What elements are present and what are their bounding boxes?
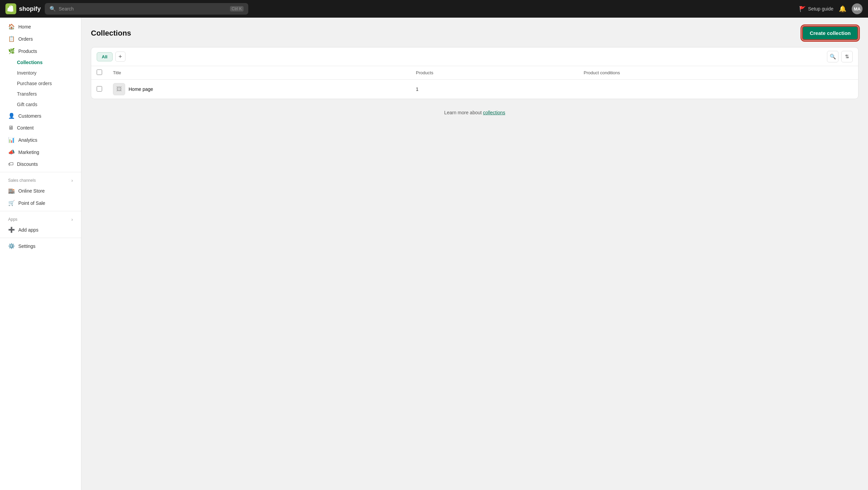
sidebar-item-customers[interactable]: 👤 Customers — [3, 110, 78, 122]
row-title-cell: 🖼 Home page — [108, 80, 410, 99]
top-navigation: shopify 🔍 Ctrl K 🚩 Setup guide 🔔 MA — [0, 0, 868, 18]
sidebar-content-label: Content — [17, 125, 34, 131]
analytics-icon: 📊 — [8, 137, 15, 143]
header-products: Products — [410, 66, 578, 80]
sidebar-item-analytics[interactable]: 📊 Analytics — [3, 134, 78, 146]
notifications-icon[interactable]: 🔔 — [839, 5, 846, 13]
sidebar-item-online-store[interactable]: 🏬 Online Store — [3, 185, 78, 197]
learn-more-section: Learn more about collections — [91, 99, 859, 126]
sort-icon: ⇅ — [845, 54, 849, 60]
sidebar-item-discounts[interactable]: 🏷 Discounts — [3, 158, 78, 170]
marketing-icon: 📣 — [8, 149, 15, 155]
learn-more-link[interactable]: collections — [483, 110, 505, 115]
collections-table-card: All + 🔍 ⇅ — [91, 47, 859, 99]
header-product-conditions: Product conditions — [578, 66, 858, 80]
discounts-icon: 🏷 — [8, 161, 14, 167]
avatar[interactable]: MA — [852, 3, 863, 14]
product-cell: 🖼 Home page — [113, 83, 405, 95]
apps-chevron-icon: › — [71, 217, 73, 222]
toolbar-right: 🔍 ⇅ — [827, 51, 853, 62]
sidebar-divider-3 — [0, 238, 81, 238]
search-bar[interactable]: 🔍 Ctrl K — [45, 3, 248, 15]
row-products-cell: 1 — [410, 80, 578, 99]
topnav-right: 🚩 Setup guide 🔔 MA — [799, 3, 863, 14]
shopify-logo-icon — [5, 3, 16, 14]
sidebar-gift-cards-label: Gift cards — [17, 102, 37, 107]
add-filter-button[interactable]: + — [115, 52, 126, 62]
home-icon: 🏠 — [8, 23, 15, 30]
sidebar-item-content[interactable]: 🖥 Content — [3, 122, 78, 134]
sidebar-inventory-label: Inventory — [17, 70, 37, 76]
shopify-logo-text: shopify — [19, 5, 41, 13]
table-row[interactable]: 🖼 Home page 1 — [91, 80, 858, 99]
search-icon: 🔍 — [50, 6, 56, 12]
collection-thumbnail: 🖼 — [113, 83, 125, 95]
setup-guide-label: Setup guide — [808, 6, 833, 12]
sidebar-orders-label: Orders — [18, 36, 33, 42]
shopify-logo[interactable]: shopify — [5, 3, 41, 14]
page-header: Collections Create collection — [91, 26, 859, 40]
sort-button[interactable]: ⇅ — [841, 51, 853, 62]
sidebar-analytics-label: Analytics — [18, 137, 37, 143]
header-title: Title — [108, 66, 410, 80]
search-kbd: Ctrl K — [230, 6, 244, 12]
sidebar-item-inventory[interactable]: Inventory — [3, 68, 78, 78]
main-layout: 🏠 Home 📋 Orders 🌿 Products Collections I… — [0, 18, 868, 490]
content-icon: 🖥 — [8, 125, 14, 131]
all-filter-tab[interactable]: All — [97, 52, 113, 61]
sales-channels-label: Sales channels — [8, 178, 36, 183]
sidebar-settings-label: Settings — [18, 243, 36, 249]
collections-table: Title Products Product conditions — [91, 66, 858, 99]
sidebar: 🏠 Home 📋 Orders 🌿 Products Collections I… — [0, 18, 81, 490]
pos-icon: 🛒 — [8, 200, 15, 206]
sidebar-discounts-label: Discounts — [17, 161, 38, 167]
apps-section[interactable]: Apps › — [0, 213, 81, 223]
search-filter-button[interactable]: 🔍 — [827, 51, 838, 62]
table-toolbar: All + 🔍 ⇅ — [91, 47, 858, 66]
collection-name: Home page — [129, 86, 153, 92]
apps-label: Apps — [8, 217, 17, 222]
sidebar-item-point-of-sale[interactable]: 🛒 Point of Sale — [3, 197, 78, 209]
sidebar-item-products[interactable]: 🌿 Products — [3, 45, 78, 57]
sidebar-item-purchase-orders[interactable]: Purchase orders — [3, 78, 78, 89]
sidebar-item-collections[interactable]: Collections — [3, 57, 78, 67]
table-header-row: Title Products Product conditions — [91, 66, 858, 80]
sidebar-home-label: Home — [18, 24, 31, 30]
sidebar-divider-1 — [0, 172, 81, 172]
row-conditions-cell — [578, 80, 858, 99]
sidebar-divider-2 — [0, 211, 81, 211]
search-filter-icon: 🔍 — [830, 54, 836, 60]
settings-icon: ⚙️ — [8, 243, 15, 249]
sidebar-products-label: Products — [18, 48, 37, 54]
search-input[interactable] — [59, 6, 227, 12]
sidebar-collections-label: Collections — [17, 60, 42, 65]
row-checkbox[interactable] — [97, 86, 102, 92]
sidebar-item-gift-cards[interactable]: Gift cards — [3, 99, 78, 110]
image-placeholder-icon: 🖼 — [116, 86, 122, 92]
sidebar-item-transfers[interactable]: Transfers — [3, 89, 78, 99]
customers-icon: 👤 — [8, 113, 15, 119]
header-checkbox-col — [91, 66, 108, 80]
sidebar-item-add-apps[interactable]: ➕ Add apps — [3, 224, 78, 236]
setup-guide-button[interactable]: 🚩 Setup guide — [799, 6, 833, 12]
sidebar-item-marketing[interactable]: 📣 Marketing — [3, 146, 78, 158]
products-icon: 🌿 — [8, 48, 15, 54]
products-count: 1 — [416, 86, 419, 92]
main-content: Collections Create collection All + 🔍 ⇅ — [81, 18, 868, 490]
select-all-checkbox[interactable] — [97, 70, 102, 75]
create-collection-button[interactable]: Create collection — [802, 26, 859, 40]
sidebar-item-home[interactable]: 🏠 Home — [3, 21, 78, 33]
sidebar-item-orders[interactable]: 📋 Orders — [3, 33, 78, 45]
page-title: Collections — [91, 29, 131, 38]
sidebar-purchase-orders-label: Purchase orders — [17, 81, 52, 86]
sidebar-add-apps-label: Add apps — [18, 227, 38, 233]
toolbar-left: All + — [97, 52, 126, 62]
sidebar-transfers-label: Transfers — [17, 91, 37, 97]
chevron-right-icon: › — [71, 178, 73, 183]
orders-icon: 📋 — [8, 36, 15, 42]
add-icon: ➕ — [8, 227, 15, 233]
row-checkbox-cell — [91, 80, 108, 99]
sidebar-marketing-label: Marketing — [18, 150, 39, 155]
sales-channels-section[interactable]: Sales channels › — [0, 174, 81, 184]
sidebar-item-settings[interactable]: ⚙️ Settings — [3, 240, 78, 252]
